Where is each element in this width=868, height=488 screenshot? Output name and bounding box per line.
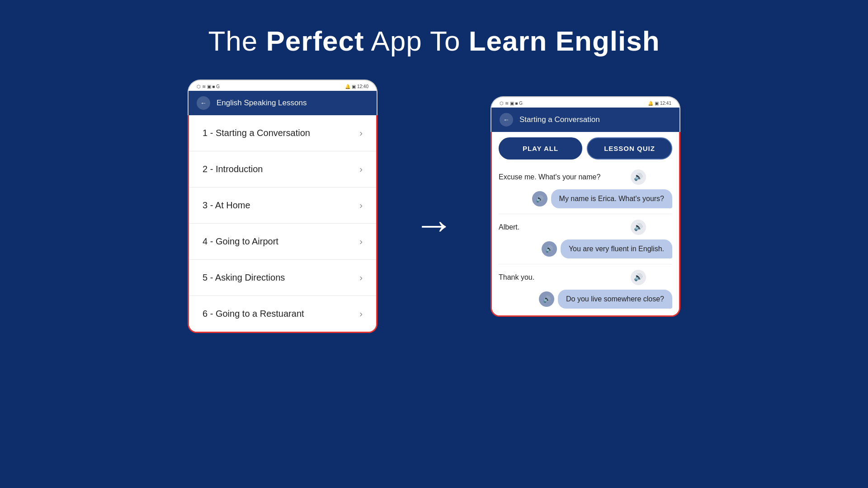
lesson-label: 6 - Going to a Restuarant xyxy=(203,309,304,319)
chat-divider xyxy=(499,214,672,214)
list-item[interactable]: 5 - Asking Directions › xyxy=(189,260,376,296)
lesson-label: 4 - Going to Airport xyxy=(203,236,278,247)
chat-bubble: You are very fluent in English. xyxy=(561,239,672,258)
lesson-list: 1 - Starting a Conversation › 2 - Introd… xyxy=(188,115,377,333)
lesson-label: 5 - Asking Directions xyxy=(203,272,285,283)
left-nav-title: English Speaking Lessons xyxy=(217,99,307,108)
speaker-icon: 🔊 xyxy=(634,273,643,282)
message-text: My name is Erica. What's yours? xyxy=(559,195,664,202)
left-back-icon: ← xyxy=(200,99,207,107)
chat-message-left: Thank you. 🔊 xyxy=(499,270,646,285)
right-status-row: ⬡ ≋ ▣ ■ G 🔔 ▣ 12:41 xyxy=(491,97,679,108)
chevron-right-icon: › xyxy=(359,128,363,138)
play-all-button[interactable]: PLAY ALL xyxy=(499,137,582,160)
chevron-right-icon: › xyxy=(359,164,363,174)
right-back-icon: ← xyxy=(503,116,509,123)
lesson-quiz-button[interactable]: LESSON QUIZ xyxy=(587,137,672,160)
message-text: Albert. xyxy=(499,223,627,231)
right-phone: ⬡ ≋ ▣ ■ G 🔔 ▣ 12:41 ← Starting a Convers… xyxy=(491,96,680,317)
speaker-button[interactable]: 🔊 xyxy=(631,220,646,235)
right-status-left: ⬡ ≋ ▣ ■ G xyxy=(500,101,523,106)
right-back-button[interactable]: ← xyxy=(500,113,513,127)
chevron-right-icon: › xyxy=(359,200,363,211)
message-text: Thank you. xyxy=(499,273,627,282)
left-status-row: ⬡ ≋ ▣ ■ G 🔔 ▣ 12:40 xyxy=(189,80,377,91)
speaker-icon: 🔊 xyxy=(634,223,643,231)
chat-divider xyxy=(499,264,672,264)
main-content: ⬡ ≋ ▣ ■ G 🔔 ▣ 12:40 ← English Speaking L… xyxy=(0,80,868,333)
left-status-left: ⬡ ≋ ▣ ■ G xyxy=(197,84,220,89)
chat-message-left: Excuse me. What's your name? 🔊 xyxy=(499,169,646,185)
chat-message-right: 🔊 You are very fluent in English. xyxy=(499,239,672,258)
chat-bubble: My name is Erica. What's yours? xyxy=(551,189,672,208)
arrow-divider: → xyxy=(414,204,454,245)
message-text: Do you live somewhere close? xyxy=(566,295,664,303)
header-text-bold1: Perfect xyxy=(266,25,364,56)
right-nav-title: Starting a Conversation xyxy=(519,115,600,124)
list-item[interactable]: 2 - Introduction › xyxy=(189,151,376,188)
chat-message-right: 🔊 Do you live somewhere close? xyxy=(499,290,672,309)
speaker-icon: 🔊 xyxy=(543,296,551,303)
conversation-body: PLAY ALL LESSON QUIZ Excuse me. What's y… xyxy=(491,132,680,317)
right-phone-top-bar: ⬡ ≋ ▣ ■ G 🔔 ▣ 12:41 ← Starting a Convers… xyxy=(491,96,680,132)
left-nav-row: ← English Speaking Lessons xyxy=(189,91,377,115)
header-text-regular: The xyxy=(208,25,266,56)
speaker-button[interactable]: 🔊 xyxy=(539,291,554,307)
left-phone: ⬡ ≋ ▣ ■ G 🔔 ▣ 12:40 ← English Speaking L… xyxy=(188,80,377,333)
left-back-button[interactable]: ← xyxy=(197,96,210,110)
chat-bubble: Do you live somewhere close? xyxy=(558,290,672,309)
list-item[interactable]: 1 - Starting a Conversation › xyxy=(189,115,376,151)
speaker-button[interactable]: 🔊 xyxy=(631,169,646,185)
speaker-icon: 🔊 xyxy=(545,245,553,253)
speaker-button[interactable]: 🔊 xyxy=(532,191,547,206)
right-status-right: 🔔 ▣ 12:41 xyxy=(648,101,671,106)
chat-message-left: Albert. 🔊 xyxy=(499,220,646,235)
header-text-middle: App To xyxy=(364,25,469,56)
speaker-button[interactable]: 🔊 xyxy=(542,241,557,257)
page-header: The Perfect App To Learn English xyxy=(208,25,660,57)
lesson-label: 3 - At Home xyxy=(203,200,250,211)
right-nav-row: ← Starting a Conversation xyxy=(491,108,679,132)
message-text: You are very fluent in English. xyxy=(569,245,664,253)
chat-area: Excuse me. What's your name? 🔊 🔊 My name… xyxy=(492,165,679,315)
list-item[interactable]: 4 - Going to Airport › xyxy=(189,224,376,260)
left-status-right: 🔔 ▣ 12:40 xyxy=(345,84,368,89)
list-item[interactable]: 6 - Going to a Restuarant › xyxy=(189,296,376,332)
lesson-label: 1 - Starting a Conversation xyxy=(203,128,310,138)
chevron-right-icon: › xyxy=(359,309,363,319)
speaker-icon: 🔊 xyxy=(536,195,543,202)
list-item[interactable]: 3 - At Home › xyxy=(189,188,376,224)
right-arrow-icon: → xyxy=(414,204,454,245)
speaker-button[interactable]: 🔊 xyxy=(631,270,646,285)
left-phone-top-bar: ⬡ ≋ ▣ ■ G 🔔 ▣ 12:40 ← English Speaking L… xyxy=(188,80,377,115)
action-buttons-row: PLAY ALL LESSON QUIZ xyxy=(492,132,679,165)
speaker-icon: 🔊 xyxy=(634,173,643,181)
chevron-right-icon: › xyxy=(359,272,363,283)
chevron-right-icon: › xyxy=(359,236,363,247)
chat-message-right: 🔊 My name is Erica. What's yours? xyxy=(499,189,672,208)
message-text: Excuse me. What's your name? xyxy=(499,173,627,181)
lesson-label: 2 - Introduction xyxy=(203,164,263,174)
header-text-bold2: Learn English xyxy=(469,25,660,56)
